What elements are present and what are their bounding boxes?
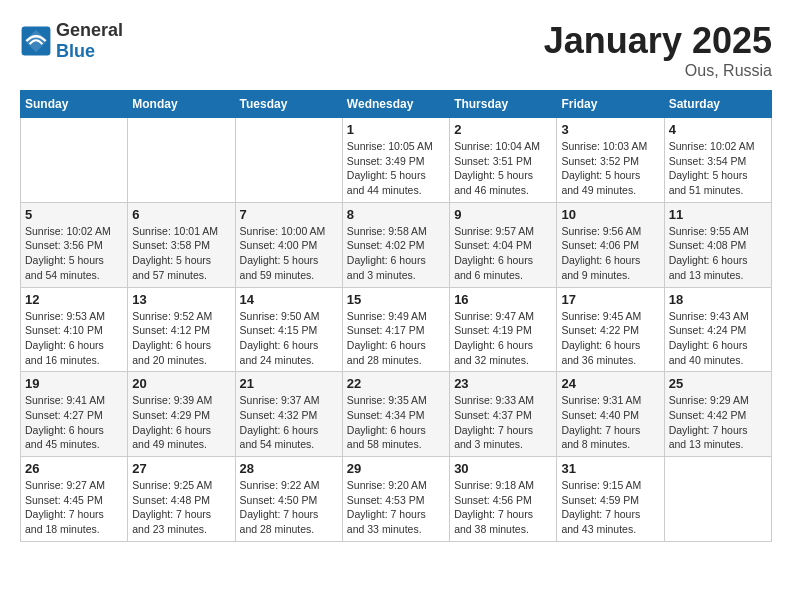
day-number: 9 bbox=[454, 207, 552, 222]
calendar-cell: 5Sunrise: 10:02 AM Sunset: 3:56 PM Dayli… bbox=[21, 202, 128, 287]
calendar-cell: 3Sunrise: 10:03 AM Sunset: 3:52 PM Dayli… bbox=[557, 118, 664, 203]
day-info: Sunrise: 10:04 AM Sunset: 3:51 PM Daylig… bbox=[454, 139, 552, 198]
logo: General Blue bbox=[20, 20, 123, 62]
day-info: Sunrise: 9:45 AM Sunset: 4:22 PM Dayligh… bbox=[561, 309, 659, 368]
calendar-cell: 29Sunrise: 9:20 AM Sunset: 4:53 PM Dayli… bbox=[342, 457, 449, 542]
day-number: 2 bbox=[454, 122, 552, 137]
day-number: 20 bbox=[132, 376, 230, 391]
calendar-week-4: 19Sunrise: 9:41 AM Sunset: 4:27 PM Dayli… bbox=[21, 372, 772, 457]
day-number: 27 bbox=[132, 461, 230, 476]
calendar-cell: 28Sunrise: 9:22 AM Sunset: 4:50 PM Dayli… bbox=[235, 457, 342, 542]
day-number: 23 bbox=[454, 376, 552, 391]
day-number: 7 bbox=[240, 207, 338, 222]
calendar-week-5: 26Sunrise: 9:27 AM Sunset: 4:45 PM Dayli… bbox=[21, 457, 772, 542]
month-title: January 2025 bbox=[544, 20, 772, 62]
day-info: Sunrise: 10:03 AM Sunset: 3:52 PM Daylig… bbox=[561, 139, 659, 198]
day-number: 12 bbox=[25, 292, 123, 307]
day-number: 24 bbox=[561, 376, 659, 391]
day-number: 13 bbox=[132, 292, 230, 307]
day-number: 11 bbox=[669, 207, 767, 222]
calendar-cell: 27Sunrise: 9:25 AM Sunset: 4:48 PM Dayli… bbox=[128, 457, 235, 542]
calendar-cell: 10Sunrise: 9:56 AM Sunset: 4:06 PM Dayli… bbox=[557, 202, 664, 287]
logo-general: General bbox=[56, 20, 123, 40]
calendar-cell: 17Sunrise: 9:45 AM Sunset: 4:22 PM Dayli… bbox=[557, 287, 664, 372]
calendar-cell: 18Sunrise: 9:43 AM Sunset: 4:24 PM Dayli… bbox=[664, 287, 771, 372]
day-info: Sunrise: 9:56 AM Sunset: 4:06 PM Dayligh… bbox=[561, 224, 659, 283]
calendar-cell: 6Sunrise: 10:01 AM Sunset: 3:58 PM Dayli… bbox=[128, 202, 235, 287]
calendar-week-2: 5Sunrise: 10:02 AM Sunset: 3:56 PM Dayli… bbox=[21, 202, 772, 287]
day-number: 29 bbox=[347, 461, 445, 476]
day-number: 1 bbox=[347, 122, 445, 137]
weekday-header-thursday: Thursday bbox=[450, 91, 557, 118]
day-info: Sunrise: 9:53 AM Sunset: 4:10 PM Dayligh… bbox=[25, 309, 123, 368]
calendar-cell: 12Sunrise: 9:53 AM Sunset: 4:10 PM Dayli… bbox=[21, 287, 128, 372]
day-number: 28 bbox=[240, 461, 338, 476]
day-number: 5 bbox=[25, 207, 123, 222]
day-number: 4 bbox=[669, 122, 767, 137]
day-number: 17 bbox=[561, 292, 659, 307]
day-number: 19 bbox=[25, 376, 123, 391]
day-info: Sunrise: 9:15 AM Sunset: 4:59 PM Dayligh… bbox=[561, 478, 659, 537]
day-number: 3 bbox=[561, 122, 659, 137]
calendar-cell: 4Sunrise: 10:02 AM Sunset: 3:54 PM Dayli… bbox=[664, 118, 771, 203]
day-info: Sunrise: 9:18 AM Sunset: 4:56 PM Dayligh… bbox=[454, 478, 552, 537]
day-number: 8 bbox=[347, 207, 445, 222]
location-title: Ous, Russia bbox=[544, 62, 772, 80]
calendar-cell bbox=[128, 118, 235, 203]
day-number: 10 bbox=[561, 207, 659, 222]
calendar-cell: 26Sunrise: 9:27 AM Sunset: 4:45 PM Dayli… bbox=[21, 457, 128, 542]
day-info: Sunrise: 9:49 AM Sunset: 4:17 PM Dayligh… bbox=[347, 309, 445, 368]
day-number: 18 bbox=[669, 292, 767, 307]
calendar-cell: 20Sunrise: 9:39 AM Sunset: 4:29 PM Dayli… bbox=[128, 372, 235, 457]
day-info: Sunrise: 9:35 AM Sunset: 4:34 PM Dayligh… bbox=[347, 393, 445, 452]
day-number: 6 bbox=[132, 207, 230, 222]
calendar-cell: 11Sunrise: 9:55 AM Sunset: 4:08 PM Dayli… bbox=[664, 202, 771, 287]
title-section: January 2025 Ous, Russia bbox=[544, 20, 772, 80]
day-number: 30 bbox=[454, 461, 552, 476]
calendar-cell: 23Sunrise: 9:33 AM Sunset: 4:37 PM Dayli… bbox=[450, 372, 557, 457]
calendar-cell: 25Sunrise: 9:29 AM Sunset: 4:42 PM Dayli… bbox=[664, 372, 771, 457]
weekday-header-saturday: Saturday bbox=[664, 91, 771, 118]
day-number: 15 bbox=[347, 292, 445, 307]
calendar-cell: 13Sunrise: 9:52 AM Sunset: 4:12 PM Dayli… bbox=[128, 287, 235, 372]
day-info: Sunrise: 9:47 AM Sunset: 4:19 PM Dayligh… bbox=[454, 309, 552, 368]
day-number: 14 bbox=[240, 292, 338, 307]
calendar-week-1: 1Sunrise: 10:05 AM Sunset: 3:49 PM Dayli… bbox=[21, 118, 772, 203]
day-info: Sunrise: 9:29 AM Sunset: 4:42 PM Dayligh… bbox=[669, 393, 767, 452]
weekday-header-wednesday: Wednesday bbox=[342, 91, 449, 118]
calendar-cell: 21Sunrise: 9:37 AM Sunset: 4:32 PM Dayli… bbox=[235, 372, 342, 457]
day-info: Sunrise: 9:37 AM Sunset: 4:32 PM Dayligh… bbox=[240, 393, 338, 452]
calendar-cell: 24Sunrise: 9:31 AM Sunset: 4:40 PM Dayli… bbox=[557, 372, 664, 457]
calendar-cell: 9Sunrise: 9:57 AM Sunset: 4:04 PM Daylig… bbox=[450, 202, 557, 287]
calendar-table: SundayMondayTuesdayWednesdayThursdayFrid… bbox=[20, 90, 772, 542]
logo-blue: Blue bbox=[56, 41, 95, 61]
day-info: Sunrise: 9:43 AM Sunset: 4:24 PM Dayligh… bbox=[669, 309, 767, 368]
calendar-cell: 16Sunrise: 9:47 AM Sunset: 4:19 PM Dayli… bbox=[450, 287, 557, 372]
calendar-cell: 15Sunrise: 9:49 AM Sunset: 4:17 PM Dayli… bbox=[342, 287, 449, 372]
calendar-cell: 2Sunrise: 10:04 AM Sunset: 3:51 PM Dayli… bbox=[450, 118, 557, 203]
weekday-header-sunday: Sunday bbox=[21, 91, 128, 118]
calendar-cell bbox=[235, 118, 342, 203]
day-info: Sunrise: 10:00 AM Sunset: 4:00 PM Daylig… bbox=[240, 224, 338, 283]
day-number: 26 bbox=[25, 461, 123, 476]
day-info: Sunrise: 9:55 AM Sunset: 4:08 PM Dayligh… bbox=[669, 224, 767, 283]
weekday-header-tuesday: Tuesday bbox=[235, 91, 342, 118]
day-info: Sunrise: 10:05 AM Sunset: 3:49 PM Daylig… bbox=[347, 139, 445, 198]
day-number: 31 bbox=[561, 461, 659, 476]
day-number: 16 bbox=[454, 292, 552, 307]
day-number: 21 bbox=[240, 376, 338, 391]
day-info: Sunrise: 9:25 AM Sunset: 4:48 PM Dayligh… bbox=[132, 478, 230, 537]
calendar-cell: 1Sunrise: 10:05 AM Sunset: 3:49 PM Dayli… bbox=[342, 118, 449, 203]
day-info: Sunrise: 10:02 AM Sunset: 3:56 PM Daylig… bbox=[25, 224, 123, 283]
day-info: Sunrise: 9:31 AM Sunset: 4:40 PM Dayligh… bbox=[561, 393, 659, 452]
day-number: 22 bbox=[347, 376, 445, 391]
calendar-cell: 31Sunrise: 9:15 AM Sunset: 4:59 PM Dayli… bbox=[557, 457, 664, 542]
weekday-header-monday: Monday bbox=[128, 91, 235, 118]
day-info: Sunrise: 9:41 AM Sunset: 4:27 PM Dayligh… bbox=[25, 393, 123, 452]
calendar-cell bbox=[664, 457, 771, 542]
day-info: Sunrise: 9:39 AM Sunset: 4:29 PM Dayligh… bbox=[132, 393, 230, 452]
calendar-cell: 30Sunrise: 9:18 AM Sunset: 4:56 PM Dayli… bbox=[450, 457, 557, 542]
page-header: General Blue January 2025 Ous, Russia bbox=[20, 20, 772, 80]
calendar-cell: 19Sunrise: 9:41 AM Sunset: 4:27 PM Dayli… bbox=[21, 372, 128, 457]
day-info: Sunrise: 9:58 AM Sunset: 4:02 PM Dayligh… bbox=[347, 224, 445, 283]
